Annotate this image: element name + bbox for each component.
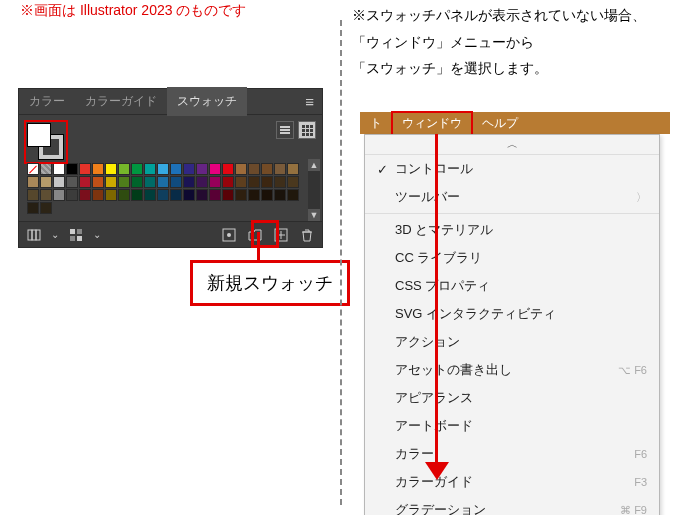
- menu-item-gradient[interactable]: グラデーション⌘ F9: [365, 496, 659, 515]
- swatch-cell[interactable]: [248, 163, 260, 175]
- swatch-cell[interactable]: [40, 202, 52, 214]
- swatch-cell[interactable]: [92, 189, 104, 201]
- swatch-options-icon[interactable]: [220, 226, 238, 244]
- swatch-cell[interactable]: [79, 189, 91, 201]
- swatch-cell[interactable]: [209, 163, 221, 175]
- grid-view-icon[interactable]: [298, 121, 316, 139]
- menubar-window[interactable]: ウィンドウ: [392, 112, 472, 135]
- menu-item-action[interactable]: アクション: [365, 328, 659, 356]
- swatch-scrollbar[interactable]: ▲ ▼: [308, 159, 320, 221]
- swatch-cell[interactable]: [261, 176, 273, 188]
- swatch-cell[interactable]: [92, 163, 104, 175]
- swatch-cell[interactable]: [209, 176, 221, 188]
- swatch-cell[interactable]: [118, 189, 130, 201]
- swatch-cell[interactable]: [157, 189, 169, 201]
- swatch-cell[interactable]: [209, 189, 221, 201]
- menu-item-svg[interactable]: SVG インタラクティビティ: [365, 300, 659, 328]
- menu-item-css[interactable]: CSS プロパティ: [365, 272, 659, 300]
- swatch-cell[interactable]: [287, 163, 299, 175]
- swatch-cell[interactable]: [222, 176, 234, 188]
- swatch-cell[interactable]: [183, 176, 195, 188]
- menu-item-toolbar[interactable]: ツールバー〉: [365, 183, 659, 211]
- swatch-cell[interactable]: [261, 163, 273, 175]
- swatch-cell[interactable]: [235, 163, 247, 175]
- tab-swatches[interactable]: スウォッチ: [167, 87, 247, 116]
- swatch-cell[interactable]: [235, 189, 247, 201]
- swatch-none[interactable]: [27, 163, 39, 175]
- swatch-cell[interactable]: [53, 176, 65, 188]
- swatch-cell[interactable]: [248, 189, 260, 201]
- menu-item-color[interactable]: カラーF6: [365, 440, 659, 468]
- menu-item-appearance[interactable]: アピアランス: [365, 384, 659, 412]
- swatch-cell[interactable]: [27, 189, 39, 201]
- swatch-cell[interactable]: [79, 163, 91, 175]
- swatch-cell[interactable]: [157, 163, 169, 175]
- swatch-cell[interactable]: [196, 176, 208, 188]
- new-color-group-icon[interactable]: [246, 226, 264, 244]
- swatch-cell[interactable]: [105, 189, 117, 201]
- swatch-cell[interactable]: [170, 189, 182, 201]
- swatch-cell[interactable]: [144, 176, 156, 188]
- swatch-cell[interactable]: [66, 163, 78, 175]
- swatch-cell[interactable]: [92, 176, 104, 188]
- swatch-cell[interactable]: [222, 163, 234, 175]
- swatch-cell[interactable]: [287, 189, 299, 201]
- swatch-cell[interactable]: [131, 163, 143, 175]
- list-view-icon[interactable]: [276, 121, 294, 139]
- swatch-registration[interactable]: [40, 163, 52, 175]
- swatch-cell[interactable]: [274, 176, 286, 188]
- swatch-cell[interactable]: [144, 163, 156, 175]
- menubar-prev-item[interactable]: ト: [360, 112, 392, 135]
- scroll-down-icon[interactable]: ▼: [308, 209, 320, 221]
- swatch-libraries-icon[interactable]: [25, 226, 43, 244]
- swatch-cell[interactable]: [170, 176, 182, 188]
- swatch-cell[interactable]: [105, 176, 117, 188]
- swatch-cell[interactable]: [196, 189, 208, 201]
- menu-item-artboard[interactable]: アートボード: [365, 412, 659, 440]
- swatch-cell[interactable]: [235, 176, 247, 188]
- menu-scroll-up-icon[interactable]: ︿: [365, 135, 659, 155]
- swatch-cell[interactable]: [222, 189, 234, 201]
- swatch-cell[interactable]: [40, 189, 52, 201]
- menu-item-asset[interactable]: アセットの書き出し⌥ F6: [365, 356, 659, 384]
- swatch-cell[interactable]: [40, 176, 52, 188]
- fill-stroke-control[interactable]: [27, 123, 63, 159]
- swatch-cell[interactable]: [53, 163, 65, 175]
- swatch-cell[interactable]: [131, 176, 143, 188]
- swatch-cell[interactable]: [27, 176, 39, 188]
- swatch-cell[interactable]: [27, 202, 39, 214]
- delete-swatch-icon[interactable]: [298, 226, 316, 244]
- swatch-cell[interactable]: [118, 163, 130, 175]
- tab-color[interactable]: カラー: [19, 87, 75, 116]
- swatch-cell[interactable]: [287, 176, 299, 188]
- menu-item-cclib[interactable]: CC ライブラリ: [365, 244, 659, 272]
- swatch-cell[interactable]: [105, 163, 117, 175]
- swatch-cell[interactable]: [183, 163, 195, 175]
- swatch-cell[interactable]: [79, 176, 91, 188]
- swatch-cell[interactable]: [248, 176, 260, 188]
- menu-item-control[interactable]: ✓コントロール: [365, 155, 659, 183]
- swatch-cell[interactable]: [131, 189, 143, 201]
- swatch-kinds-icon[interactable]: [67, 226, 85, 244]
- tab-color-guide[interactable]: カラーガイド: [75, 87, 167, 116]
- swatch-cell[interactable]: [170, 163, 182, 175]
- swatch-cell[interactable]: [66, 176, 78, 188]
- menu-item-colorguide[interactable]: カラーガイドF3: [365, 468, 659, 496]
- swatch-cell[interactable]: [261, 189, 273, 201]
- new-swatch-icon[interactable]: [272, 226, 290, 244]
- swatch-cell[interactable]: [118, 176, 130, 188]
- menu-item-3d[interactable]: 3D とマテリアル: [365, 216, 659, 244]
- swatch-grid[interactable]: [27, 163, 314, 214]
- swatch-cell[interactable]: [144, 189, 156, 201]
- swatch-cell[interactable]: [66, 189, 78, 201]
- swatch-cell[interactable]: [157, 176, 169, 188]
- swatch-cell[interactable]: [53, 189, 65, 201]
- fill-swatch[interactable]: [27, 123, 51, 147]
- swatch-cell[interactable]: [274, 163, 286, 175]
- swatch-cell[interactable]: [196, 163, 208, 175]
- panel-menu-icon[interactable]: ≡: [297, 93, 322, 110]
- scroll-up-icon[interactable]: ▲: [308, 159, 320, 171]
- swatch-cell[interactable]: [183, 189, 195, 201]
- menubar-help[interactable]: ヘルプ: [472, 112, 528, 135]
- swatch-cell[interactable]: [274, 189, 286, 201]
